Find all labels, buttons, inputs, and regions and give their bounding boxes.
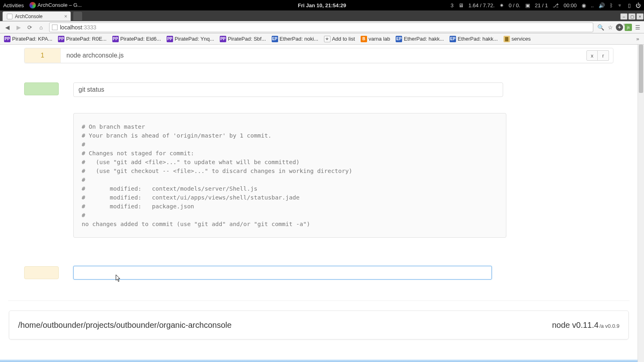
- window-maximize-button[interactable]: ▢: [628, 13, 636, 20]
- folder-icon: ▇: [504, 36, 510, 42]
- active-app-title: ArchConsole – G...: [37, 2, 82, 8]
- favicon-icon: EP: [272, 36, 278, 42]
- gnome-top-bar: Activities ArchConsole – G... Fri Jan 10…: [0, 0, 644, 10]
- bookmark-label: PiratePad: R0E...: [66, 36, 106, 42]
- favicon-icon: PP: [167, 36, 173, 42]
- bookmark-label: PiratePad: Sbf...: [228, 36, 266, 42]
- cwd-label: /home/outbounder/projects/outbounder/org…: [18, 321, 231, 330]
- tab-favicon: [7, 14, 12, 19]
- favicon-icon: EP: [450, 36, 456, 42]
- bookmark-item[interactable]: Bvarna lab: [359, 35, 392, 43]
- url-host: localhost: [60, 24, 82, 31]
- workspace-indicator[interactable]: 3: [450, 2, 453, 8]
- bottom-accent-bar: [0, 360, 638, 362]
- completed-command-row: git status: [24, 82, 613, 97]
- favicon-icon: EP: [396, 36, 402, 42]
- clock[interactable]: Fri Jan 10, 21:54:29: [298, 2, 346, 8]
- wifi-icon[interactable]: ᯤ: [618, 2, 623, 8]
- favicon-icon: PP: [4, 36, 10, 42]
- bookmark-item[interactable]: PPPiratePad: Eld6...: [111, 35, 163, 43]
- favicon-icon: PP: [112, 36, 119, 42]
- accessibility-icon[interactable]: ◉: [582, 2, 586, 8]
- bookmark-label: EtherPad: noki...: [280, 36, 318, 42]
- command-text: node archconsole.js: [61, 52, 586, 59]
- divider: [8, 300, 630, 301]
- page-content: 1 node archconsole.js x r git status # O…: [0, 45, 638, 362]
- branch-icon[interactable]: ⎇: [553, 2, 559, 8]
- bookmark-label: EtherPad: hakk...: [458, 36, 498, 42]
- cpu-indicator: 21 / 1: [535, 2, 548, 8]
- command-text: git status: [73, 82, 503, 97]
- bookmarks-bar: PPPiratePad: KPA...PPPiratePad: R0E...PP…: [0, 33, 644, 45]
- activities-button[interactable]: Activities: [3, 2, 24, 8]
- favicon-icon: B: [361, 36, 367, 42]
- window-close-button[interactable]: ×: [636, 13, 644, 20]
- bluetooth-icon[interactable]: ᛒ: [610, 2, 613, 8]
- battery-icon[interactable]: ▯: [628, 2, 631, 8]
- bookmark-item[interactable]: ▇services: [502, 35, 533, 43]
- home-button[interactable]: ⌂: [36, 23, 46, 32]
- box-icon[interactable]: ▣: [525, 2, 530, 8]
- reload-button[interactable]: ⟳: [25, 23, 35, 32]
- output-text: # On branch master # Your branch is ahea…: [82, 122, 498, 228]
- display-icon[interactable]: 🖥: [458, 2, 464, 8]
- kill-button[interactable]: x: [586, 50, 598, 61]
- extensions-plus-icon[interactable]: +: [616, 24, 623, 31]
- forward-button[interactable]: ▶: [14, 23, 23, 32]
- dots-indicator: ..: [591, 2, 594, 8]
- success-badge: [24, 82, 59, 95]
- window-minimize-button[interactable]: –: [620, 13, 627, 20]
- bookmark-label: varna lab: [369, 36, 390, 42]
- bookmark-label: Add to list: [332, 36, 355, 42]
- tab-title: ArchConsole: [15, 14, 43, 19]
- zoom-icon[interactable]: 🔍: [597, 23, 605, 31]
- app-icon: [29, 2, 36, 8]
- address-bar[interactable]: localhost:3333: [49, 23, 593, 32]
- power-icon[interactable]: ⏻: [636, 2, 641, 8]
- bookmark-item[interactable]: PPPiratePad: Sbf...: [218, 35, 268, 43]
- favicon-icon: ★: [324, 36, 330, 42]
- running-command-bar: 1 node archconsole.js x r: [24, 48, 613, 63]
- bookmark-item[interactable]: PPPiratePad: R0E...: [56, 35, 108, 43]
- bookmark-item[interactable]: PPPiratePad: KPA...: [2, 35, 54, 43]
- tab-close-icon[interactable]: ×: [64, 13, 67, 19]
- bookmark-item[interactable]: PPPiratePad: Ynq...: [165, 35, 216, 43]
- page-icon: [52, 25, 58, 30]
- bookmark-item[interactable]: EPEtherPad: hakk...: [448, 35, 500, 43]
- command-input[interactable]: [73, 266, 492, 280]
- rerun-button[interactable]: r: [598, 50, 609, 61]
- bookmark-label: PiratePad: Eld6...: [120, 36, 161, 42]
- command-output: # On branch master # Your branch is ahea…: [73, 113, 506, 238]
- bookmark-label: services: [512, 36, 531, 42]
- volume-icon[interactable]: 🔊: [599, 2, 605, 8]
- bookmark-item[interactable]: ★Add to list: [322, 35, 357, 43]
- bookmark-star-icon[interactable]: ☆: [606, 23, 614, 31]
- node-version: node v0.11.4: [552, 321, 599, 330]
- new-tab-button[interactable]: [73, 12, 82, 21]
- app-version: /a v0.0.9: [599, 323, 619, 329]
- vertical-scrollbar[interactable]: [638, 45, 644, 362]
- version-label: node v0.11.4 /a v0.0.9: [552, 321, 619, 330]
- bookmark-label: EtherPad: hakk...: [404, 36, 444, 42]
- bookmark-item[interactable]: EPEtherPad: noki...: [270, 35, 320, 43]
- bookmark-label: PiratePad: Ynq...: [175, 36, 214, 42]
- url-port: :3333: [82, 24, 96, 31]
- favicon-icon: PP: [220, 36, 226, 42]
- timer-indicator: 00:00: [564, 2, 577, 8]
- gear-icon[interactable]: ✷: [500, 2, 504, 8]
- status-bar: /home/outbounder/projects/outbounder/org…: [9, 311, 629, 339]
- browser-tab[interactable]: ArchConsole ×: [2, 11, 71, 21]
- active-app[interactable]: ArchConsole – G...: [29, 2, 82, 9]
- bookmark-item[interactable]: EPEtherPad: hakk...: [394, 35, 446, 43]
- command-index-badge: 1: [25, 48, 61, 63]
- bookmarks-overflow-icon[interactable]: »: [634, 36, 642, 42]
- bookmark-label: PiratePad: KPA...: [12, 36, 52, 42]
- scrollbar-thumb[interactable]: [639, 45, 643, 93]
- prompt-badge: [24, 266, 59, 279]
- js-extension-icon[interactable]: sjs: [625, 24, 632, 31]
- prompt-row: [24, 266, 613, 280]
- menu-icon[interactable]: ☰: [634, 23, 642, 31]
- tab-strip: ArchConsole × – ▢ ×: [0, 10, 644, 21]
- net-indicator: 0 / 0.: [509, 2, 520, 8]
- back-button[interactable]: ◀: [2, 23, 12, 32]
